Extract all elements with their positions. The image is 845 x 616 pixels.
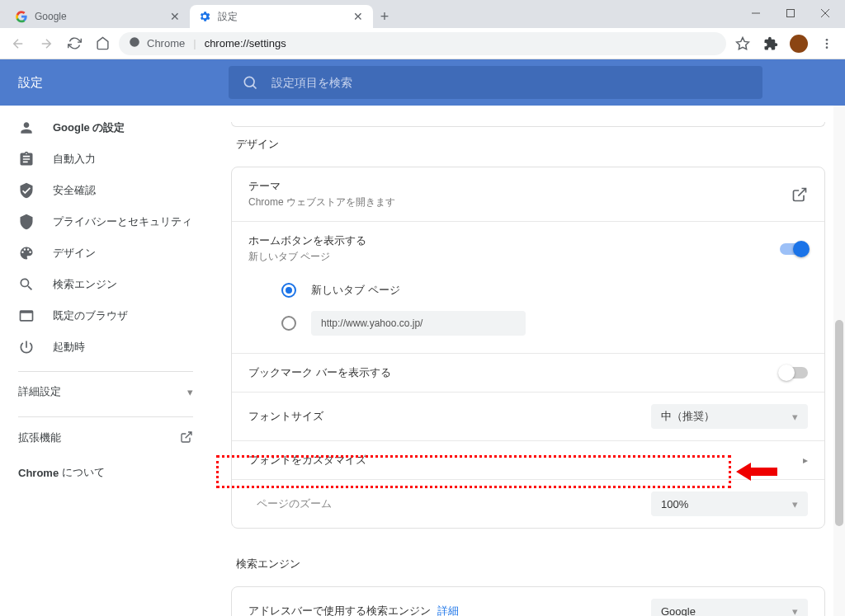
tab-title: 設定 [218,10,345,24]
browser-tab-settings[interactable]: 設定 ✕ [190,5,373,28]
sidebar-item-search[interactable]: 検索エンジン [0,269,211,300]
sidebar-item-appearance[interactable]: デザイン [0,237,211,269]
sidebar-item-privacy[interactable]: プライバシーとセキュリティ [0,206,211,237]
svg-point-6 [826,39,828,41]
search-engine-dropdown[interactable]: Google ▾ [651,599,808,616]
gear-icon [198,10,211,23]
settings-search-box[interactable] [229,66,762,99]
sidebar-item-google[interactable]: Google の設定 [0,112,211,143]
tab-title: Google [35,11,162,22]
browser-icon [18,308,35,324]
shield-check-icon [18,182,35,199]
sidebar-advanced[interactable]: 詳細設定 ▾ [0,375,211,408]
settings-search-input[interactable] [271,76,749,89]
launch-icon [180,430,193,446]
settings-sidebar: Google の設定 自動入力 安全確認 プライバシーとセキュリティ デザイン … [0,106,211,616]
menu-kebab-button[interactable] [815,32,838,55]
launch-icon [791,186,808,203]
url-prefix: Chrome [147,37,185,49]
section-title-search: 検索エンジン [236,557,820,571]
power-icon [18,339,35,355]
bookmark-bar-toggle[interactable] [780,367,808,379]
home-radio-group: 新しいタブ ページ [232,267,824,354]
shield-icon [18,214,35,230]
svg-point-8 [826,46,828,49]
chevron-right-icon: ▸ [803,454,808,466]
chevron-down-icon: ▾ [792,605,798,617]
sidebar-extensions[interactable]: 拡張機能 [0,421,211,455]
search-engine-card: アドレスバーで使用する検索エンジン 詳細 Google ▾ 検索エンジンの管理 [231,586,825,616]
sidebar-about-chrome[interactable]: Chrome について [0,455,211,490]
palette-icon [18,245,35,261]
scrollbar-track[interactable] [833,106,845,616]
section-title-appearance: デザイン [236,137,820,152]
url-path: chrome://settings [205,37,286,49]
svg-point-4 [130,37,139,47]
omnibox[interactable]: Chrome | chrome://settings [119,32,726,55]
tab-close-button[interactable]: ✕ [168,10,182,23]
sidebar-item-default-browser[interactable]: 既定のブラウザ [0,300,211,332]
settings-header: 設定 [0,59,845,106]
settings-main: デザイン テーマ Chrome ウェブストアを開きます ホームボタンを表示する … [211,106,845,616]
clipboard-icon [18,151,35,167]
nav-reload-button[interactable] [63,32,86,55]
red-arrow-annotation [736,461,777,482]
search-engine-detail-link[interactable]: 詳細 [437,604,459,616]
theme-row[interactable]: テーマ Chrome ウェブストアを開きます [232,167,824,222]
window-minimize-button[interactable] [739,2,772,25]
extensions-puzzle-button[interactable] [759,32,782,55]
sidebar-item-safety[interactable]: 安全確認 [0,175,211,206]
home-button-row: ホームボタンを表示する 新しいタブ ページ [232,222,824,267]
svg-marker-5 [737,37,749,49]
home-button-toggle[interactable] [780,243,808,255]
font-size-dropdown[interactable]: 中（推奨） ▾ [651,404,808,429]
nav-back-button[interactable] [7,32,30,55]
chevron-down-icon: ▾ [187,386,193,398]
google-favicon-icon [15,10,28,23]
sidebar-item-autofill[interactable]: 自動入力 [0,143,211,175]
site-info-icon[interactable] [129,36,140,50]
search-icon [242,74,258,91]
window-close-button[interactable] [809,2,842,25]
home-url-input[interactable] [311,311,526,336]
svg-rect-1 [787,10,795,17]
bookmark-bar-row: ブックマーク バーを表示する [232,354,824,393]
new-tab-button[interactable]: + [373,5,396,28]
sidebar-item-startup[interactable]: 起動時 [0,332,211,363]
person-icon [18,120,35,136]
page-zoom-dropdown[interactable]: 100% ▾ [651,491,808,516]
page-zoom-row: ページのズーム 100% ▾ [232,480,824,528]
chevron-down-icon: ▾ [792,498,798,510]
page-title: 設定 [0,75,229,91]
browser-tab-google[interactable]: Google ✕ [7,5,190,28]
tab-strip: Google ✕ 設定 ✕ + [0,0,845,28]
nav-forward-button[interactable] [35,32,58,55]
font-size-row: フォントサイズ 中（推奨） ▾ [232,393,824,441]
window-maximize-button[interactable] [774,2,807,25]
search-icon [18,276,35,293]
profile-avatar-button[interactable] [787,32,810,55]
scrollbar-thumb[interactable] [835,320,843,526]
radio-custom-url[interactable] [281,316,296,331]
svg-point-7 [826,42,828,45]
svg-point-9 [244,77,254,87]
search-engine-row: アドレスバーで使用する検索エンジン 詳細 Google ▾ [232,587,824,616]
chevron-down-icon: ▾ [792,411,798,423]
bookmark-star-button[interactable] [731,32,754,55]
nav-home-button[interactable] [91,32,114,55]
radio-new-tab[interactable] [281,283,296,298]
svg-marker-10 [736,463,777,481]
address-bar: Chrome | chrome://settings [0,28,845,59]
tab-close-button[interactable]: ✕ [352,10,365,23]
